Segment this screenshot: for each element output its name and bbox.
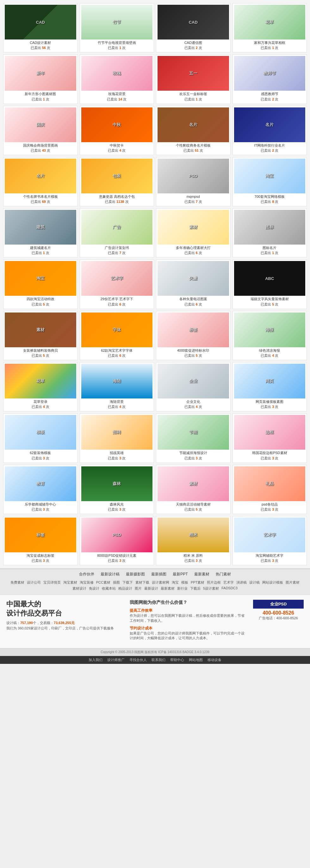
footer-tag[interactable]: 素材下载	[135, 580, 149, 585]
footer-tag[interactable]: 免设计	[89, 586, 99, 591]
product-card[interactable]: 招聘 招战英雄 已卖出 3 次	[80, 413, 154, 463]
footer-tag[interactable]: FADSDC3	[221, 586, 237, 591]
product-card[interactable]: 礼品 psd各结品 已卖出 3 次	[232, 465, 307, 514]
product-sold: 已卖出 1 次	[32, 97, 49, 102]
product-card[interactable]: 海陆 海陆背景 已卖出 4 次	[80, 362, 154, 411]
product-sold: 已卖出 1 次	[108, 45, 125, 50]
product-card[interactable]: 建筑 建筑城建名片 已卖出 1 次	[3, 208, 78, 257]
footer-nav-link[interactable]: 最新设计稿	[101, 571, 119, 577]
footer-nav-link[interactable]: 最新插图	[151, 571, 166, 577]
bottom-bar-link[interactable]: 联系我们	[151, 657, 165, 662]
product-card[interactable]: CAD CAD设计素材 已卖出 56 次	[3, 3, 78, 53]
product-thumb: 标签	[5, 518, 76, 552]
product-card[interactable]: 名片 个性名牌书本名片模板 已卖出 69 次	[3, 157, 78, 206]
bottom-bar-link[interactable]: 设计师推广	[107, 657, 124, 662]
slogan-desc1: 设计稿：757,190个，交易额：73,639,255元	[6, 620, 123, 626]
footer-tag[interactable]: 演讲稿	[236, 580, 247, 585]
product-card[interactable]: PSD mqmpsd 已卖出 7 次	[156, 157, 231, 206]
product-card[interactable]: 花草 家和万事兴花草相框 已卖出 1 次	[232, 3, 307, 53]
product-card[interactable]: 名片 IT网络科技行业名片 已卖出 2 次	[232, 106, 307, 155]
footer-tag[interactable]: 下载后	[190, 586, 201, 591]
product-card[interactable]: CAD CAD通信图 已卖出 2 次	[156, 3, 231, 53]
footer-nav-link[interactable]: 最新素材	[194, 571, 209, 577]
bottom-bar-link[interactable]: 帮助中心	[170, 657, 184, 662]
product-title: 多年准确心理素材大打	[158, 246, 229, 250]
product-card[interactable]: 稻米 稻米 米 原料 已卖出 3 次	[156, 516, 231, 565]
footer-tag[interactable]: PCC素材	[96, 580, 110, 585]
footer-nav-link[interactable]: 合作伙伴	[79, 571, 94, 577]
footer-tag[interactable]: 设计稿	[249, 580, 260, 585]
footer-tag[interactable]: 照片边框	[207, 580, 221, 585]
product-card[interactable]: 素材 天猫商店活动辅导素材 已卖出 5 次	[156, 465, 231, 514]
product-card[interactable]: 淘宝 四款淘宝活动特效 已卖出 5 次	[3, 259, 78, 309]
product-card[interactable]: 矢量 各种矢量电话图案 已卖出 6 次	[156, 259, 231, 309]
footer-tag[interactable]: PPT素材	[191, 580, 204, 585]
footer-tag[interactable]: 收藏本站	[102, 586, 116, 591]
product-card[interactable]: 图标 图标名片 已卖出 1 次	[232, 208, 307, 257]
footer-tag[interactable]: 模板	[181, 580, 188, 585]
product-card[interactable]: 森林 森林风光 已卖出 3 次	[80, 465, 154, 514]
footer-tag[interactable]: 宝贝详情页	[43, 580, 61, 585]
product-sold: 已卖出 3 次	[185, 558, 202, 563]
product-card[interactable]: 模板 62套装饰模板 已卖出 3 次	[3, 413, 78, 463]
footer-tag[interactable]: 最新设计	[144, 586, 158, 591]
product-card[interactable]: 艺术字 29份艺术字 艺术字下 已卖出 6 次	[80, 259, 154, 309]
footer-tag[interactable]: 设计公司	[27, 580, 41, 585]
product-card[interactable]: 标签 淘宝促成标志标签 已卖出 3 次	[3, 516, 78, 565]
product-thumb: 稻米	[158, 518, 229, 552]
product-card[interactable]: 边框 韩国花纹边框PSD素材 已卖出 3 次	[232, 413, 307, 463]
product-card[interactable]: 名片 个性豹纹商务名片模板 已卖出 51 次	[156, 106, 231, 155]
product-card[interactable]: 国庆 国庆晚会商场背景图画 已卖出 43 次	[3, 106, 78, 155]
footer-tag[interactable]: 素材设计	[73, 586, 86, 591]
product-card[interactable]: 淘宝 700套淘宝网络模板 已卖出 8 次	[232, 157, 307, 206]
product-card[interactable]: 五一 欢乐五一金标标签 已卖出 1 次	[156, 54, 231, 104]
product-card[interactable]: 中秋 中秋贺卡 已卖出 4 次	[80, 106, 154, 155]
footer-tag[interactable]: 5设计素材	[203, 586, 219, 591]
product-card[interactable]: 企业 企业文化 已卖出 4 次	[156, 362, 231, 411]
product-card[interactable]: 素材 多年准确心理素材大打 已卖出 6 次	[156, 208, 231, 257]
footer-tag[interactable]: 下载下	[122, 580, 133, 585]
product-card[interactable]: 广告 广告设计策划书 已卖出 7 次	[80, 208, 154, 257]
footer-tag[interactable]: 设计素材网	[152, 580, 169, 585]
bottom-bar-link[interactable]: 网站地图	[189, 657, 203, 662]
product-card[interactable]: 花草 花草登录 已卖出 4 次	[3, 362, 78, 411]
product-card[interactable]: 新年 新年方形小图素材图 已卖出 1 次	[3, 54, 78, 104]
footer-nav-link[interactable]: 热门素材	[216, 571, 231, 577]
footer-tag[interactable]: 最新素材	[161, 586, 175, 591]
product-card[interactable]: 素材 女装裤装辅料装饰商贝 已卖出 5 次	[3, 311, 78, 360]
product-card[interactable]: 艺术字 淘宝网辅助艺术字 已卖出 3 次	[232, 516, 307, 565]
footer-tag[interactable]: 图片	[135, 586, 142, 591]
bottom-bar-link[interactable]: 寻找合伙人	[130, 657, 147, 662]
product-card[interactable]: ABC 瑞丽文字风矢量装饰素材 已卖出 5 次	[232, 259, 307, 309]
product-thumb: 森林	[81, 466, 153, 501]
footer-nav-link[interactable]: 最新摄影图	[126, 571, 145, 577]
product-card[interactable]: 节能 节能减排海报设计 已卖出 3 次	[156, 413, 231, 463]
product-card[interactable]: 包装 意象瓷器 高档名达个包 已卖出 1138 次	[80, 157, 154, 206]
bottom-bar-link[interactable]: 加入我们	[89, 657, 103, 662]
product-thumb: 海报	[234, 312, 306, 347]
footer-tag[interactable]: 免费素材	[10, 580, 24, 585]
product-sold: 已卖出 7 次	[108, 251, 125, 255]
footer-tag[interactable]: 网站设计模板	[262, 580, 283, 585]
product-card[interactable]: PSD 8000款PSD促销设计元素 已卖出 3 次	[80, 516, 154, 565]
product-card[interactable]: 字体 62款淘宝艺术字字体 已卖出 6 次	[80, 311, 154, 360]
footer-tag[interactable]: 插图	[113, 580, 120, 585]
product-card[interactable]: 网页 网页装修摸板素图 已卖出 3 次	[232, 362, 307, 411]
footer-tag[interactable]: 淘宝装修	[80, 580, 94, 585]
product-card[interactable]: 海报 绿色清凉海报 已卖出 4 次	[232, 311, 307, 360]
product-card[interactable]: 教师节 感恩教师节 已卖出 2 次	[232, 54, 307, 104]
footer-tag[interactable]: 图片素材	[286, 580, 300, 585]
footer-tag[interactable]: 新行业	[177, 586, 188, 591]
footer-nav-link[interactable]: 最新PPT	[173, 571, 188, 577]
footer-tag[interactable]: 艺术字	[223, 580, 234, 585]
product-sold: 已卖出 5 次	[32, 302, 49, 307]
footer-tag[interactable]: 淘宝素材	[63, 580, 77, 585]
bottom-bar-link[interactable]: 移动设备	[207, 657, 221, 662]
footer-tag[interactable]: 淘宝	[172, 580, 179, 585]
product-thumb: 淘宝	[234, 159, 306, 193]
product-card[interactable]: 标签 4000套促进特标水印 已卖出 5 次	[156, 311, 231, 360]
product-card[interactable]: 教育 乐学都商城辅导中心 已卖出 3 次	[3, 465, 78, 514]
product-card[interactable]: 竹节 竹节平台电视背景墙壁画 已卖出 1 次	[80, 3, 154, 53]
footer-tag[interactable]: 精品设计	[118, 586, 132, 591]
product-card[interactable]: 玫瑰 玫瑰花背景 已卖出 14 次	[80, 54, 154, 104]
